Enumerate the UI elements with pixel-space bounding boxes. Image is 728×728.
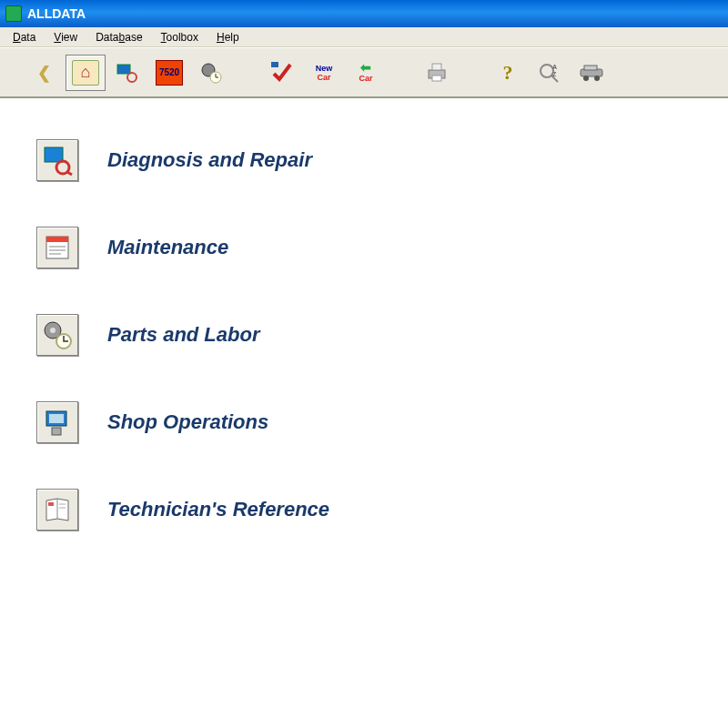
svg-rect-31 [48, 502, 54, 506]
app-icon [5, 5, 22, 22]
prev-car-icon: ⬅Car [352, 60, 379, 86]
gear-clock-icon [197, 60, 225, 86]
menubar: Data View Database Toolbox Help [0, 27, 728, 47]
checkmark-tool-icon [268, 60, 296, 86]
code-7520-button[interactable]: 7520 [149, 55, 189, 91]
toolbar: ❮ ⌂ 7520 NewCar ⬅Car ? [0, 47, 728, 98]
wrench-magnify-icon [114, 60, 141, 86]
svg-text:Z: Z [552, 71, 557, 77]
menu-database[interactable]: Database [86, 29, 151, 46]
new-car-text-bottom: Car [317, 73, 330, 82]
category-parts-labor-label: Parts and Labor [107, 323, 259, 347]
svg-point-17 [56, 161, 69, 174]
menu-data[interactable]: Data [4, 29, 45, 46]
menu-view[interactable]: View [45, 29, 86, 46]
svg-rect-0 [117, 65, 130, 74]
svg-rect-20 [46, 237, 68, 242]
search-az-icon: AZ [536, 60, 563, 86]
category-tech-ref-label: Technician's Reference [107, 498, 329, 521]
code-7520-icon: 7520 [156, 60, 183, 86]
category-maintenance[interactable]: Maintenance [36, 227, 692, 268]
gear-clock-button[interactable] [191, 55, 231, 91]
tech-ref-icon [36, 489, 78, 531]
svg-rect-6 [432, 64, 441, 70]
titlebar: ALLDATA [0, 0, 728, 27]
menu-help[interactable]: Help [207, 29, 248, 46]
help-button[interactable]: ? [488, 55, 528, 91]
category-shop-ops[interactable]: Shop Operations [36, 401, 692, 443]
category-diagnosis-label: Diagnosis and Repair [107, 148, 312, 172]
category-parts-labor[interactable]: Parts and Labor [36, 314, 692, 356]
svg-point-1 [127, 73, 136, 82]
category-shop-ops-label: Shop Operations [107, 410, 268, 434]
checkmark-button[interactable] [262, 55, 302, 91]
svg-rect-7 [432, 76, 441, 81]
category-maintenance-label: Maintenance [107, 236, 228, 259]
home-icon: ⌂ [72, 60, 99, 86]
svg-point-8 [541, 65, 553, 77]
new-car-button[interactable]: NewCar [304, 55, 344, 91]
diagnosis-icon [36, 139, 78, 181]
vehicle-button[interactable] [571, 55, 612, 91]
menu-toolbox[interactable]: Toolbox [152, 29, 207, 46]
new-car-text-top: New [316, 64, 333, 73]
svg-rect-28 [49, 414, 64, 423]
prev-car-text: Car [359, 74, 372, 83]
help-question-icon: ? [494, 60, 521, 86]
svg-point-25 [50, 328, 56, 333]
svg-point-14 [594, 76, 600, 81]
svg-line-18 [67, 172, 72, 175]
back-icon: ❮ [30, 60, 57, 86]
window-title: ALLDATA [27, 6, 86, 21]
search-az-button[interactable]: AZ [530, 55, 570, 91]
svg-point-13 [583, 76, 589, 81]
print-icon [423, 60, 450, 86]
prev-car-button[interactable]: ⬅Car [346, 55, 386, 91]
wrench-button[interactable] [107, 55, 147, 91]
print-button[interactable] [417, 55, 457, 91]
svg-rect-15 [584, 66, 597, 70]
svg-rect-29 [52, 428, 61, 435]
svg-rect-16 [45, 147, 63, 162]
svg-rect-4 [271, 62, 278, 67]
shop-ops-icon [36, 401, 78, 443]
main-content: Diagnosis and Repair Maintenance Parts a… [0, 98, 728, 617]
category-diagnosis[interactable]: Diagnosis and Repair [36, 139, 692, 181]
parts-labor-icon [36, 314, 78, 356]
maintenance-icon [36, 227, 78, 268]
new-car-icon: NewCar [310, 60, 338, 86]
vehicle-icon [578, 60, 605, 86]
svg-text:A: A [552, 64, 557, 70]
category-tech-ref[interactable]: Technician's Reference [36, 489, 692, 531]
home-button[interactable]: ⌂ [66, 55, 106, 91]
back-button[interactable]: ❮ [24, 55, 64, 91]
